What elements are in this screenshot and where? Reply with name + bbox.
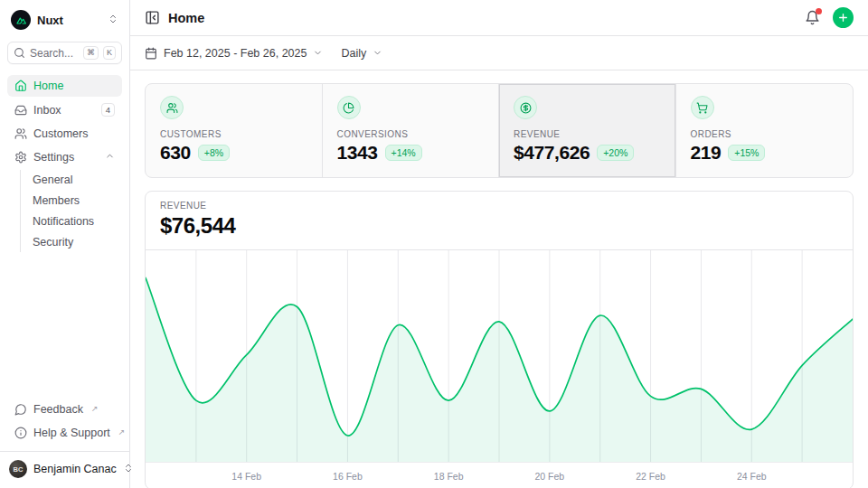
plus-icon xyxy=(837,12,849,23)
sidebar-nav: Home Inbox 4 Customers Settings General xyxy=(7,75,122,254)
external-link-icon: ↗ xyxy=(118,427,126,438)
workspace-switcher[interactable]: Nuxt xyxy=(7,7,122,33)
revenue-area-chart[interactable] xyxy=(146,250,853,462)
user-menu[interactable]: BC Benjamin Canac xyxy=(0,451,129,481)
stat-card-orders[interactable]: ORDERS 219 +15% xyxy=(676,84,854,177)
help-support-link[interactable]: Help & Support ↗ xyxy=(7,422,122,444)
main-area: Home Feb 12, 2025 - Feb 26, 2025 Daily xyxy=(130,0,868,488)
feedback-link[interactable]: Feedback ↗ xyxy=(7,399,122,420)
x-axis-label: 14 Feb xyxy=(231,471,261,482)
stats-row: CUSTOMERS 630 +8% CONVERSIONS 1343 +14% xyxy=(145,83,854,178)
stat-card-conversions[interactable]: CONVERSIONS 1343 +14% xyxy=(323,84,500,177)
x-axis-label: 18 Feb xyxy=(434,471,464,482)
header-actions xyxy=(805,7,854,28)
date-range-picker[interactable]: Feb 12, 2025 - Feb 26, 2025 xyxy=(145,47,323,60)
chart-pie-icon xyxy=(337,96,361,119)
collapse-sidebar-button[interactable] xyxy=(145,10,160,25)
sidebar-item-label: Security xyxy=(33,236,115,249)
shopping-cart-icon xyxy=(691,96,714,119)
stat-delta-badge: +14% xyxy=(385,145,422,161)
filters-toolbar: Feb 12, 2025 - Feb 26, 2025 Daily xyxy=(130,36,868,70)
stat-label: CUSTOMERS xyxy=(160,129,307,139)
sidebar-item-general[interactable]: General xyxy=(25,170,122,190)
kbd-cmd: ⌘ xyxy=(83,46,99,60)
sidebar-item-label: Members xyxy=(33,194,115,207)
panel-left-close-icon xyxy=(145,10,160,25)
chart-header: REVENUE $76,544 xyxy=(146,192,853,250)
chart-canvas xyxy=(146,250,853,462)
stat-delta-badge: +8% xyxy=(198,145,230,161)
stat-value: 1343 xyxy=(337,142,378,164)
nuxt-logo-icon xyxy=(11,10,31,30)
stat-label: CONVERSIONS xyxy=(337,129,485,139)
stat-card-revenue[interactable]: REVENUE $477,626 +20% xyxy=(499,84,676,177)
chart-metric-value: $76,544 xyxy=(160,213,838,239)
stat-label: REVENUE xyxy=(514,129,661,139)
message-circle-icon xyxy=(14,403,27,416)
notifications-button[interactable] xyxy=(805,10,820,25)
x-axis-label: 22 Feb xyxy=(636,471,665,482)
sidebar: Nuxt Search... ⌘ K Home Inbox 4 Cust xyxy=(0,0,130,488)
granularity-value: Daily xyxy=(341,47,366,60)
footer-link-label: Help & Support xyxy=(33,427,110,439)
search-icon xyxy=(14,47,25,59)
sidebar-item-security[interactable]: Security xyxy=(25,232,122,252)
avatar: BC xyxy=(9,460,27,478)
x-axis-label: 16 Feb xyxy=(333,471,363,482)
inbox-count-badge: 4 xyxy=(101,103,115,117)
granularity-select[interactable]: Daily xyxy=(341,47,382,60)
info-circle-icon xyxy=(14,427,27,439)
inbox-icon xyxy=(14,104,27,117)
search-placeholder: Search... xyxy=(30,47,79,60)
sidebar-footer: Feedback ↗ Help & Support ↗ BC Benjamin … xyxy=(7,399,122,481)
sidebar-item-members[interactable]: Members xyxy=(25,191,122,211)
chevron-up-icon xyxy=(105,151,115,164)
stat-value: 630 xyxy=(160,142,191,164)
workspace-name: Nuxt xyxy=(37,14,101,27)
users-icon xyxy=(14,127,27,140)
app-window: Nuxt Search... ⌘ K Home Inbox 4 Cust xyxy=(0,0,868,488)
x-axis-label: 20 Feb xyxy=(534,471,564,482)
sidebar-item-label: Customers xyxy=(33,127,115,140)
chevron-down-icon xyxy=(313,48,323,58)
sidebar-item-notifications[interactable]: Notifications xyxy=(25,211,122,231)
user-name: Benjamin Canac xyxy=(33,463,117,475)
revenue-chart-panel: REVENUE $76,544 14 Feb16 Feb18 Feb20 Feb… xyxy=(145,191,854,488)
chevrons-up-down-icon xyxy=(108,12,118,28)
stat-value: $477,626 xyxy=(514,142,590,164)
page-header: Home xyxy=(130,0,868,36)
sidebar-item-label: Notifications xyxy=(33,215,115,228)
sidebar-item-home[interactable]: Home xyxy=(7,75,122,97)
chart-x-axis: 14 Feb16 Feb18 Feb20 Feb22 Feb24 Feb xyxy=(146,462,853,488)
external-link-icon: ↗ xyxy=(91,403,99,415)
stat-card-customers[interactable]: CUSTOMERS 630 +8% xyxy=(146,84,323,177)
sidebar-item-label: Inbox xyxy=(33,104,95,117)
stat-label: ORDERS xyxy=(691,129,839,139)
search-input[interactable]: Search... ⌘ K xyxy=(7,42,122,64)
calendar-icon xyxy=(145,47,157,60)
sidebar-item-label: General xyxy=(33,174,115,186)
stat-delta-badge: +20% xyxy=(597,145,634,161)
dashboard-content: CUSTOMERS 630 +8% CONVERSIONS 1343 +14% xyxy=(130,70,868,488)
circle-dollar-sign-icon xyxy=(514,96,537,119)
sidebar-item-settings[interactable]: Settings xyxy=(7,146,122,168)
stat-delta-badge: +15% xyxy=(728,145,765,161)
footer-link-label: Feedback xyxy=(33,403,83,416)
users-icon xyxy=(160,96,184,119)
notification-dot xyxy=(816,8,822,14)
sidebar-item-label: Settings xyxy=(33,151,99,164)
settings-submenu: General Members Notifications Security xyxy=(20,170,122,252)
page-title: Home xyxy=(168,11,204,25)
x-axis-label: 24 Feb xyxy=(737,471,767,482)
date-range-value: Feb 12, 2025 - Feb 26, 2025 xyxy=(164,47,307,60)
chevron-down-icon xyxy=(373,48,382,58)
gear-icon xyxy=(14,151,27,164)
sidebar-item-label: Home xyxy=(33,80,115,92)
add-button[interactable] xyxy=(833,7,854,28)
chart-metric-label: REVENUE xyxy=(160,201,838,211)
stat-value: 219 xyxy=(691,142,722,164)
kbd-k: K xyxy=(103,46,116,60)
sidebar-item-inbox[interactable]: Inbox 4 xyxy=(7,99,122,121)
house-icon xyxy=(14,80,27,92)
sidebar-item-customers[interactable]: Customers xyxy=(7,123,122,145)
